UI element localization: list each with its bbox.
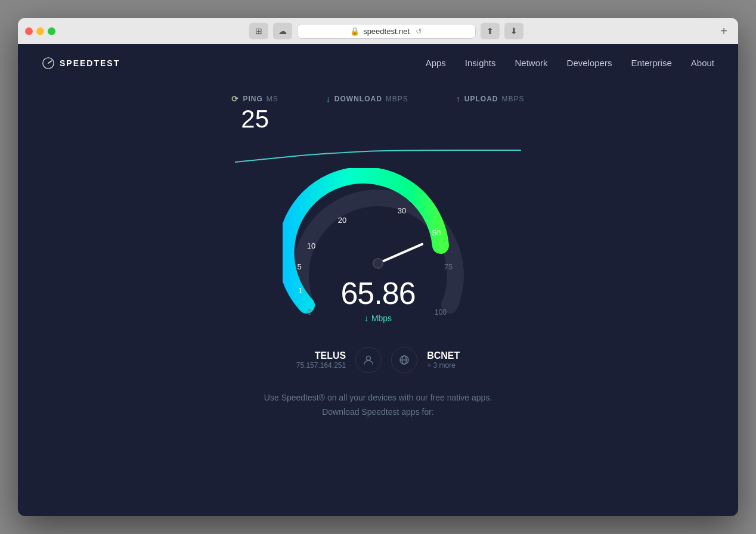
address-bar[interactable]: 🔒 speedtest.net ↺ bbox=[297, 24, 476, 39]
download-label-row: ↓ DOWNLOAD Mbps bbox=[326, 94, 408, 104]
ping-label-row: ⟳ PING ms bbox=[231, 94, 278, 104]
ping-icon: ⟳ bbox=[231, 94, 239, 104]
maximize-button[interactable] bbox=[48, 27, 55, 35]
footer-line1: Use Speedtest® on all your devices with … bbox=[264, 391, 492, 405]
server-host: BCNET + 3 more bbox=[427, 350, 460, 370]
svg-text:5: 5 bbox=[297, 262, 301, 271]
gauge-unit-row: ↓ Mbps bbox=[364, 313, 392, 323]
url-display: speedtest.net bbox=[363, 27, 410, 36]
gauge-container: 0 1 5 10 20 30 50 75 100 bbox=[283, 168, 473, 341]
gauge-download-icon: ↓ bbox=[364, 313, 368, 323]
gauge-unit: Mbps bbox=[371, 313, 392, 323]
server-info: TELUS 75.157.164.251 bbox=[296, 347, 460, 373]
minimize-button[interactable] bbox=[36, 27, 44, 35]
lock-icon: 🔒 bbox=[350, 27, 360, 36]
upload-stat: ↑ UPLOAD Mbps bbox=[456, 94, 525, 134]
stats-row: ⟳ PING ms 25 ↓ DOWNLOAD Mbps bbox=[231, 94, 524, 134]
nav-enterprise[interactable]: Enterprise bbox=[631, 58, 671, 68]
navbar: SPEEDTEST Apps Insights Network Develope… bbox=[18, 44, 738, 82]
globe-icon-button[interactable] bbox=[391, 347, 417, 373]
logo[interactable]: SPEEDTEST bbox=[42, 57, 120, 70]
reload-icon: ↺ bbox=[416, 27, 422, 36]
svg-point-12 bbox=[367, 356, 371, 361]
traffic-lights bbox=[25, 27, 55, 35]
isp-ip: 75.157.164.251 bbox=[296, 361, 346, 370]
server-more: + 3 more bbox=[427, 361, 460, 370]
add-tab-button[interactable]: + bbox=[717, 24, 731, 38]
server-name: BCNET bbox=[427, 350, 460, 361]
logo-text: SPEEDTEST bbox=[60, 58, 120, 68]
ping-stat: ⟳ PING ms 25 bbox=[231, 94, 278, 134]
ping-unit: ms bbox=[267, 95, 278, 103]
upload-label-row: ↑ UPLOAD Mbps bbox=[456, 94, 525, 104]
nav-links: Apps Insights Network Developers Enterpr… bbox=[426, 58, 714, 69]
download-button[interactable]: ⬇ bbox=[504, 23, 523, 39]
upload-unit: Mbps bbox=[502, 95, 525, 103]
isp-info: TELUS 75.157.164.251 bbox=[296, 350, 346, 370]
svg-text:30: 30 bbox=[398, 206, 406, 215]
upload-label: UPLOAD bbox=[464, 95, 498, 103]
gauge-needle bbox=[373, 244, 424, 268]
cloud-button[interactable]: ☁ bbox=[273, 23, 292, 39]
nav-insights[interactable]: Insights bbox=[465, 58, 496, 68]
svg-text:20: 20 bbox=[338, 216, 346, 225]
titlebar: ⊞ ☁ 🔒 speedtest.net ↺ ⬆ ⬇ + bbox=[18, 18, 738, 44]
upload-icon: ↑ bbox=[456, 94, 461, 104]
svg-text:100: 100 bbox=[435, 308, 447, 316]
svg-text:10: 10 bbox=[307, 241, 315, 250]
nav-developers[interactable]: Developers bbox=[567, 58, 612, 68]
ping-value: 25 bbox=[241, 105, 269, 134]
download-label: DOWNLOAD bbox=[334, 95, 382, 103]
svg-line-10 bbox=[376, 244, 424, 263]
svg-point-11 bbox=[373, 259, 383, 268]
svg-text:75: 75 bbox=[444, 262, 453, 271]
download-icon: ↓ bbox=[326, 94, 331, 104]
main-content: ⟳ PING ms 25 ↓ DOWNLOAD Mbps bbox=[18, 82, 738, 516]
line-graph bbox=[235, 139, 521, 163]
svg-text:1: 1 bbox=[298, 286, 302, 295]
globe-icon bbox=[399, 355, 410, 365]
titlebar-center: ⊞ ☁ 🔒 speedtest.net ↺ ⬆ ⬇ bbox=[60, 23, 712, 39]
user-icon bbox=[363, 355, 374, 365]
nav-apps[interactable]: Apps bbox=[426, 58, 446, 68]
download-stat: ↓ DOWNLOAD Mbps bbox=[326, 94, 408, 134]
footer-line2: Download Speedtest apps for: bbox=[264, 405, 492, 420]
footer-text: Use Speedtest® on all your devices with … bbox=[264, 391, 492, 420]
titlebar-right: + bbox=[717, 24, 731, 38]
browser-window: ⊞ ☁ 🔒 speedtest.net ↺ ⬆ ⬇ + SPEEDTEST bbox=[18, 18, 738, 516]
svg-text:0: 0 bbox=[308, 308, 312, 316]
ping-graph-svg bbox=[235, 139, 521, 163]
close-button[interactable] bbox=[25, 27, 33, 35]
ping-label: PING bbox=[243, 95, 262, 103]
share-button[interactable]: ⬆ bbox=[481, 23, 500, 39]
nav-network[interactable]: Network bbox=[515, 58, 548, 68]
svg-text:50: 50 bbox=[432, 228, 441, 237]
download-unit: Mbps bbox=[386, 95, 408, 103]
isp-name: TELUS bbox=[296, 350, 346, 361]
gauge-value: 65.86 bbox=[340, 275, 415, 311]
nav-about[interactable]: About bbox=[691, 58, 714, 68]
show-tab-overview-button[interactable]: ⊞ bbox=[249, 23, 268, 39]
user-icon-button[interactable] bbox=[355, 347, 382, 373]
speedtest-logo-icon bbox=[42, 57, 55, 70]
browser-content: SPEEDTEST Apps Insights Network Develope… bbox=[18, 44, 738, 516]
